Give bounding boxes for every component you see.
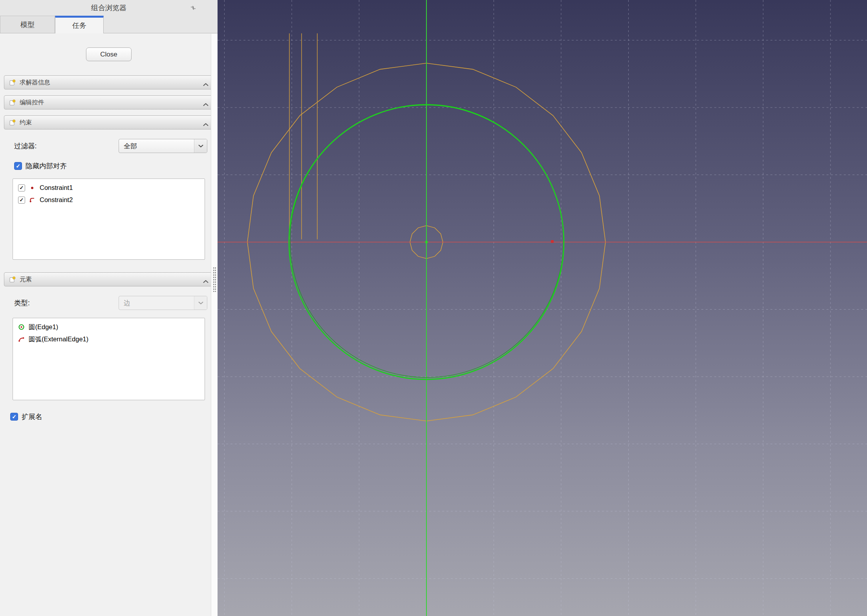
chevron-up-icon [203,81,209,84]
combo-view-panel: 组合浏览器 模型 任务 Close [0,0,218,616]
element-row[interactable]: 圆弧(ExternalEdge1) [13,333,205,345]
constraints-list[interactable]: Constraint1 Constraint2 [13,179,205,260]
constraint-row[interactable]: Constraint2 [13,194,205,206]
constraint-visible-checkbox[interactable] [18,184,25,191]
chevron-up-icon [203,278,209,281]
point-on-object-constraint-icon [29,197,36,203]
chevron-down-icon [194,296,207,310]
task-note-icon [9,276,16,283]
arc-external-edge-icon [18,336,25,343]
panel-splitter-handle[interactable] [213,267,216,292]
task-note-icon [9,99,16,106]
section-title: 求解器信息 [20,78,203,87]
elements-section-body: 类型: 边 [4,296,214,421]
extension-name-checkbox[interactable]: 扩展名 [10,412,207,421]
panel-title: 组合浏览器 [0,3,218,13]
float-panel-icon[interactable] [189,4,197,12]
chevron-up-icon [203,121,209,124]
panel-scroll-gutter [211,34,218,616]
task-panel-body: Close 求解器信息 [0,47,218,421]
constraint-label: Constraint1 [40,184,73,191]
elements-list[interactable]: 圆(Edge1) 圆弧(ExternalEdge1) [13,318,205,400]
grid-lines [218,0,867,616]
filter-dropdown[interactable]: 全部 [119,139,207,153]
filter-dropdown-value: 全部 [119,142,194,151]
type-dropdown: 边 [119,296,207,310]
filter-label: 过滤器: [14,141,37,151]
constraint-label: Constraint2 [40,196,73,204]
section-header-constraints[interactable]: 约束 [4,115,214,129]
sketch-canvas [218,0,867,616]
extension-name-label: 扩展名 [22,412,42,421]
panel-title-bar: 组合浏览器 [0,0,218,16]
hide-internal-alignment-checkbox[interactable]: 隐藏内部对齐 [14,161,207,171]
chevron-up-icon [203,101,209,104]
chevron-down-icon [194,139,207,153]
checkbox-checked-icon[interactable] [10,413,18,421]
section-header-solver[interactable]: 求解器信息 [4,75,214,89]
origin-point[interactable] [425,241,428,244]
section-header-edit-controls[interactable]: 编辑控件 [4,95,214,109]
section-title: 元素 [20,275,203,284]
close-button[interactable]: Close [86,47,132,61]
panel-tabs: 模型 任务 [0,16,218,33]
constraint-row[interactable]: Constraint1 [13,182,205,194]
element-label: 圆弧(ExternalEdge1) [29,335,88,344]
tab-model[interactable]: 模型 [0,16,55,33]
task-note-icon [9,79,16,86]
sketch-point[interactable] [551,240,554,243]
element-label: 圆(Edge1) [29,323,58,332]
type-label: 类型: [14,298,30,308]
coincident-constraint-icon [29,184,36,191]
hide-internal-alignment-label: 隐藏内部对齐 [26,161,67,171]
checkbox-checked-icon[interactable] [14,162,22,170]
tab-tasks[interactable]: 任务 [55,16,104,33]
constraints-section-body: 过滤器: 全部 隐藏内部对齐 [4,139,214,260]
section-title: 约束 [20,118,203,127]
task-note-icon [9,119,16,126]
freecad-window: 组合浏览器 模型 任务 Close [0,0,867,616]
type-dropdown-value: 边 [119,299,194,308]
element-row[interactable]: 圆(Edge1) [13,321,205,333]
section-header-elements[interactable]: 元素 [4,272,214,286]
constraint-visible-checkbox[interactable] [18,197,25,204]
circle-edge-icon [18,324,25,330]
3d-viewport[interactable] [218,0,867,616]
section-title: 编辑控件 [20,98,203,107]
